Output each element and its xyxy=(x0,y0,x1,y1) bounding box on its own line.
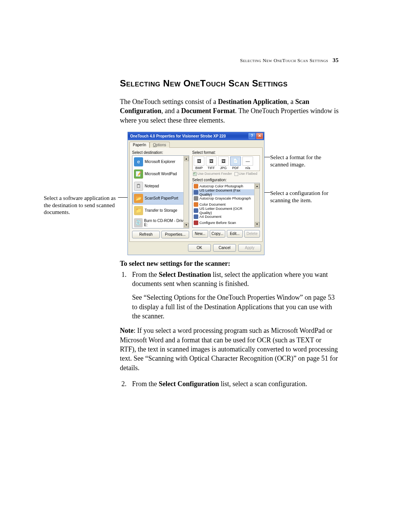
checkbox-feeder[interactable] xyxy=(193,172,197,176)
delete-button[interactable]: Delete xyxy=(244,230,260,238)
color-swatch-icon xyxy=(194,184,198,189)
scroll-up-icon[interactable]: ▲ xyxy=(184,157,189,161)
close-button[interactable]: ✕ xyxy=(256,133,263,139)
color-swatch-icon xyxy=(194,190,198,195)
page-number: 35 xyxy=(333,57,339,63)
instructions-list: From the Select Destination list, select… xyxy=(120,270,339,321)
scrollbar[interactable]: ▲▼ xyxy=(254,183,260,227)
scroll-down-icon[interactable]: ▼ xyxy=(255,222,260,227)
tab-options[interactable]: Options xyxy=(150,142,169,148)
pdf-icon: 📄 xyxy=(230,157,241,166)
copy-button[interactable]: Copy... xyxy=(210,230,226,238)
ie-icon: e xyxy=(134,157,143,166)
list-item: US Letter Document (OCR Quality)🔒 xyxy=(193,208,260,214)
checkbox-flatbed[interactable] xyxy=(234,172,238,176)
color-swatch-icon xyxy=(194,196,198,201)
cancel-button[interactable]: Cancel xyxy=(213,244,236,252)
list-item: 🗒Notepad xyxy=(132,180,189,192)
apply-button[interactable]: Apply xyxy=(238,244,261,252)
new-button[interactable]: New... xyxy=(192,230,208,238)
format-bmp[interactable]: 🖼BMP xyxy=(193,157,205,170)
color-swatch-icon xyxy=(194,208,198,213)
tab-paperin[interactable]: PaperIn xyxy=(129,142,150,148)
list-item: 📝Microsoft WordPad xyxy=(132,168,189,180)
running-header: Selecting New OneTouch Scan Settings 35 xyxy=(240,57,339,64)
label-select-format: Select format: xyxy=(192,150,260,155)
color-swatch-icon xyxy=(194,220,198,225)
notepad-icon: 🗒 xyxy=(134,182,143,191)
color-swatch-icon xyxy=(194,202,198,207)
paperport-icon: 📂 xyxy=(134,194,143,203)
section-title: Selecting New OneTouch Scan Settings xyxy=(120,78,339,89)
scroll-down-icon[interactable]: ▼ xyxy=(184,223,189,227)
scroll-up-icon[interactable]: ▲ xyxy=(255,184,260,189)
label-select-config: Select configuration: xyxy=(192,178,260,182)
help-button[interactable]: ? xyxy=(249,133,255,139)
wordpad-icon: 📝 xyxy=(134,169,143,179)
format-selector: 🖼BMP 🖼TIFF 🖼JPG 📄PDF —n/a xyxy=(192,155,260,171)
color-swatch-icon xyxy=(194,214,198,219)
callout-configuration: Select a configuration for scanning the … xyxy=(270,190,335,204)
format-jpg[interactable]: 🖼JPG xyxy=(218,157,229,170)
note-paragraph: Note: If you select a word processing pr… xyxy=(120,326,339,372)
list-item: Autocrop Grayscale Photograph🔒 xyxy=(193,195,260,201)
configuration-list[interactable]: Autocrop Color Photograph🔒 US Letter Doc… xyxy=(192,183,260,228)
callout-destination: Select a software application as the des… xyxy=(44,195,118,216)
storage-icon: 📁 xyxy=(134,206,143,215)
window-title: OneTouch 4.0 Properties for Visioneer St… xyxy=(130,134,226,138)
intro-paragraph: The OneTouch settings consist of a Desti… xyxy=(120,97,339,125)
tabs: PaperIn Options xyxy=(128,140,264,147)
na-icon: — xyxy=(242,157,253,166)
bmp-icon: 🖼 xyxy=(194,157,204,166)
window-titlebar: OneTouch 4.0 Properties for Visioneer St… xyxy=(128,132,264,140)
refresh-button[interactable]: Refresh xyxy=(132,231,160,238)
tiff-icon: 🖼 xyxy=(206,157,217,166)
list-item: 📁Transfer to Storage xyxy=(132,204,189,217)
list-item: US Letter Document (Fax Quality)🔒 xyxy=(193,189,260,195)
format-na[interactable]: —n/a xyxy=(242,157,253,170)
callout-format: Select a format for the scanned image. xyxy=(270,154,335,168)
instructions-list-continued: From the Select Configuration list, sele… xyxy=(120,379,339,388)
list-item: Configure Before Scan🔒 xyxy=(193,220,260,226)
list-item: 📂ScanSoft PaperPort xyxy=(132,192,189,204)
jpg-icon: 🖼 xyxy=(218,157,229,166)
feeder-options: Use Document Feeder Use Flatbed xyxy=(192,171,260,177)
format-pdf[interactable]: 📄PDF xyxy=(230,157,241,170)
step-1: From the Select Destination list, select… xyxy=(128,270,339,321)
destination-list[interactable]: eMicrosoft Explorer 📝Microsoft WordPad 🗒… xyxy=(132,155,189,228)
figure-onetouch-properties: Select a software application as the des… xyxy=(120,132,339,250)
list-item: eMicrosoft Explorer xyxy=(132,156,189,168)
scrollbar[interactable]: ▲▼ xyxy=(183,156,189,228)
step-1-detail: See “Selecting Options for the OneTouch … xyxy=(132,293,339,321)
cd-icon: 💿 xyxy=(134,218,143,227)
running-header-text: Selecting New OneTouch Scan Settings xyxy=(240,58,328,63)
ok-button[interactable]: OK xyxy=(188,244,211,252)
format-tiff[interactable]: 🖼TIFF xyxy=(206,157,217,170)
step-2: From the Select Configuration list, sele… xyxy=(128,379,339,388)
edit-button[interactable]: Edit... xyxy=(227,230,243,238)
properties-button[interactable]: Properties... xyxy=(161,231,189,238)
instructions-heading: To select new settings for the scanner: xyxy=(120,260,339,268)
label-select-destination: Select destination: xyxy=(132,150,189,155)
onetouch-properties-window: OneTouch 4.0 Properties for Visioneer St… xyxy=(127,132,264,255)
list-item: 💿Burn to CD-ROM - Drive E: xyxy=(132,217,189,228)
